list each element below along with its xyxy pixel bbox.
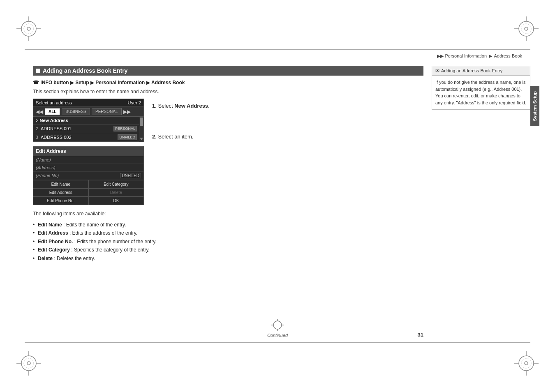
bullet4-bold: Edit Category (38, 247, 70, 253)
bottom-rule (25, 342, 530, 343)
scrollbar-thumb (140, 118, 143, 126)
tab-personal[interactable]: PERSONAL (92, 108, 121, 115)
breadcrumb-arrow: ▶ (489, 53, 492, 58)
sidebar-note-title: ✉ Adding an Address Book Entry (432, 66, 530, 76)
screen1-list: > New Address 2 ADDRESS 001 PERSONAL 3 (33, 117, 139, 142)
continued-text: Continued (267, 333, 288, 338)
step2-text-body: Select an item. (158, 134, 193, 140)
list-item-address-001[interactable]: 2 ADDRESS 001 PERSONAL (33, 125, 139, 133)
bullet2-text: : Edits the address of the entry. (69, 230, 137, 236)
svg-point-13 (521, 24, 531, 34)
nav-info-label: INFO button (40, 80, 69, 85)
bullet-list: Edit Name : Edits the name of the entry.… (33, 221, 423, 263)
top-rule (25, 49, 530, 50)
item3-num: 3 (36, 135, 38, 140)
step1-num: 1. (152, 103, 157, 109)
tab-right-arrow-icon: ▶▶ (123, 109, 131, 115)
note-icon: ✉ (435, 68, 439, 74)
edit-phone-button[interactable]: Edit Phone No. (33, 197, 88, 205)
sidebar-note-body: If you do not give the address a name, o… (432, 76, 530, 110)
item3-content: 3 ADDRESS 002 (36, 135, 72, 140)
svg-point-21 (519, 356, 534, 371)
item2-label: ADDRESS 001 (41, 126, 72, 131)
nav-path: ☎ INFO button ▶ Setup ▶ Personal Informa… (33, 80, 423, 85)
edit-name-button[interactable]: Edit Name (33, 180, 88, 188)
list-item: Edit Category : Specifies the category o… (33, 246, 423, 254)
main-content: Adding an Address Book Entry ☎ INFO butt… (33, 66, 423, 339)
item2-content: 2 ADDRESS 001 (36, 126, 72, 131)
list-item: Edit Phone No. : Edits the phone number … (33, 238, 423, 246)
step1-end: . (208, 103, 210, 109)
bullet2-bold: Edit Address (38, 230, 68, 236)
bullet1-bold: Edit Name (38, 222, 62, 228)
breadcrumb: ▶▶ Personal Information ▶ Address Book (437, 53, 522, 59)
list-item: Edit Address : Edits the address of the … (33, 229, 423, 237)
nav-info-icon: ☎ (33, 80, 39, 85)
sidebar-note-title-text: Adding an Address Book Entry (441, 68, 502, 73)
item2-num: 2 (36, 127, 38, 131)
steps-column: 1. Select New Address. 2. Select an item… (152, 99, 423, 205)
screen1-header: Select an address User 2 (33, 99, 143, 107)
heading-square-icon (36, 69, 40, 73)
screen1-header-user: User 2 (128, 100, 141, 105)
corner-decoration-br (514, 351, 539, 376)
screen-edit-address: Edit Address (Name) (Address) (Phone No)… (33, 146, 144, 205)
svg-point-14 (21, 356, 36, 371)
screens-steps-container: Select an address User 2 ◀◀ ALL BUSINESS… (33, 99, 423, 205)
tab-business[interactable]: BUSINESS (62, 108, 90, 115)
intro-text: This section explains how to enter the n… (33, 89, 423, 95)
item2-tag: PERSONAL (113, 126, 137, 131)
edit-category-button[interactable]: Edit Category (89, 180, 144, 188)
svg-point-22 (525, 362, 528, 365)
svg-point-6 (24, 24, 34, 34)
nav-personal-info: Personal Information (95, 80, 145, 85)
svg-point-27 (521, 358, 531, 368)
corner-decoration-bl (16, 351, 41, 376)
svg-point-20 (24, 358, 34, 368)
nav-address-book: Address Book (151, 80, 185, 85)
list-item: Delete : Deletes the entry. (33, 254, 423, 263)
screen1-header-title: Select an address (36, 100, 72, 105)
list-item-new-address[interactable]: > New Address (33, 117, 139, 125)
bullet5-bold: Delete (38, 256, 53, 261)
step1-bold: New Address (174, 103, 208, 109)
screen-select-address: Select an address User 2 ◀◀ ALL BUSINESS… (33, 99, 144, 142)
step1-text-prefix: Select (158, 103, 174, 109)
section-heading: Adding an Address Book Entry (33, 66, 423, 76)
svg-point-0 (21, 21, 36, 36)
step1-text: 1. Select New Address. (152, 103, 423, 109)
screens-column: Select an address User 2 ◀◀ ALL BUSINESS… (33, 99, 144, 205)
tab-left-arrow-icon: ◀◀ (36, 109, 43, 115)
svg-point-1 (27, 27, 30, 30)
item3-tag: UNFILED (118, 134, 137, 140)
screen2-header: Edit Address (33, 147, 143, 156)
ok-button[interactable]: OK (89, 197, 144, 205)
list-item: Edit Name : Edits the name of the entry. (33, 221, 423, 229)
bullet3-bold: Edit Phone No. (38, 239, 73, 244)
screen2-phone-label: (Phone No) (36, 173, 59, 178)
screen2-address-field: (Address) (33, 164, 143, 172)
screen2-phone-tag: UNFILED (120, 173, 141, 178)
step2-num: 2. (152, 134, 157, 140)
screen1-body: > New Address 2 ADDRESS 001 PERSONAL 3 (33, 117, 143, 142)
svg-point-7 (519, 21, 534, 36)
page-number: 31 (418, 332, 423, 338)
section-heading-text: Adding an Address Book Entry (43, 67, 127, 74)
edit-address-button[interactable]: Edit Address (33, 189, 88, 196)
bullet5-text: : Deletes the entry. (54, 256, 95, 261)
screen2-phone-row: (Phone No) UNFILED (33, 172, 143, 180)
scrollbar[interactable] (139, 117, 143, 142)
breadcrumb-prefix: ▶▶ (437, 53, 444, 58)
delete-button[interactable]: Delete (89, 189, 144, 196)
svg-point-15 (27, 362, 30, 365)
right-sidebar: System Setup ✉ Adding an Address Book En… (432, 66, 530, 339)
screen2-name-field: (Name) (33, 156, 143, 164)
sidebar-tab: System Setup (530, 86, 539, 126)
list-item-address-002[interactable]: 3 ADDRESS 002 UNFILED (33, 133, 139, 142)
bullet4-text: : Specifies the category of the entry. (71, 247, 150, 253)
step2-text: 2. Select an item. (152, 134, 423, 140)
item3-label: ADDRESS 002 (41, 135, 72, 140)
screen1-tabs: ◀◀ ALL BUSINESS PERSONAL ▶▶ (33, 107, 143, 117)
svg-point-8 (525, 27, 528, 30)
tab-all[interactable]: ALL (45, 108, 60, 115)
